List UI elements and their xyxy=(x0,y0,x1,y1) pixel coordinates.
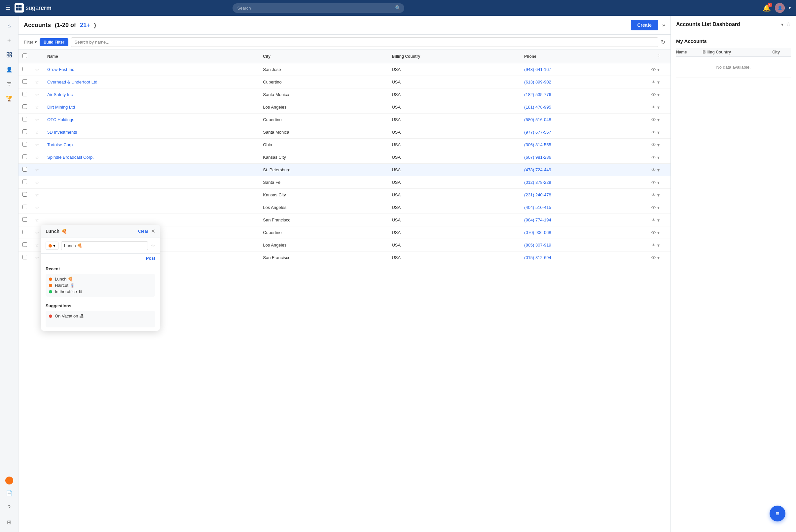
row-star-button[interactable]: ☆ xyxy=(35,217,39,223)
hamburger-icon[interactable]: ☰ xyxy=(5,4,11,12)
row-star-button[interactable]: ☆ xyxy=(35,92,39,97)
star-favorite-button[interactable]: ☆ xyxy=(151,243,155,249)
row-expand-button[interactable]: ▾ xyxy=(657,142,659,148)
row-expand-button[interactable]: ▾ xyxy=(657,92,659,97)
panel-star-icon[interactable]: ☆ xyxy=(786,21,791,27)
popup-clear-button[interactable]: Clear xyxy=(138,229,148,234)
nav-help-icon[interactable]: ? xyxy=(3,502,15,514)
row-expand-button[interactable]: ▾ xyxy=(657,230,659,235)
row-eye-button[interactable]: 👁 xyxy=(651,243,656,248)
recent-item[interactable]: Lunch 🍕 xyxy=(49,277,152,282)
build-filter-button[interactable]: Build Filter xyxy=(40,38,68,46)
profile-chevron-icon[interactable]: ▾ xyxy=(789,6,791,10)
recent-item[interactable]: In the office 🖥 xyxy=(49,289,152,294)
fab-button[interactable]: ≡ xyxy=(770,506,785,521)
account-name-link[interactable]: Dirt Mining Ltd xyxy=(47,104,75,110)
account-name-link[interactable]: Grow-Fast Inc xyxy=(47,67,74,72)
row-expand-button[interactable]: ▾ xyxy=(657,192,659,198)
row-checkbox[interactable] xyxy=(22,205,27,209)
row-star-button[interactable]: ☆ xyxy=(35,180,39,185)
refresh-button[interactable]: ↻ xyxy=(661,39,665,45)
row-checkbox[interactable] xyxy=(22,117,27,121)
row-expand-button[interactable]: ▾ xyxy=(657,79,659,85)
row-checkbox[interactable] xyxy=(22,92,27,96)
notification-button[interactable]: 🔔 1 xyxy=(763,4,771,12)
row-expand-button[interactable]: ▾ xyxy=(657,205,659,210)
row-eye-button[interactable]: 👁 xyxy=(651,104,656,110)
row-expand-button[interactable]: ▾ xyxy=(657,104,659,110)
filter-button[interactable]: Filter ▾ xyxy=(24,40,37,44)
row-checkbox[interactable] xyxy=(22,167,27,172)
search-input[interactable] xyxy=(233,3,404,13)
row-expand-button[interactable]: ▾ xyxy=(657,130,659,135)
nav-document-icon[interactable]: 📄 xyxy=(3,487,15,499)
row-star-button[interactable]: ☆ xyxy=(35,67,39,72)
row-expand-button[interactable]: ▾ xyxy=(657,243,659,248)
row-checkbox[interactable] xyxy=(22,129,27,134)
row-star-button[interactable]: ☆ xyxy=(35,255,39,260)
account-name-link[interactable]: Air Safety Inc xyxy=(47,92,73,97)
row-star-button[interactable]: ☆ xyxy=(35,79,39,85)
row-eye-button[interactable]: 👁 xyxy=(651,205,656,210)
search-icon[interactable]: 🔍 xyxy=(395,5,401,11)
row-checkbox[interactable] xyxy=(22,217,27,222)
row-checkbox[interactable] xyxy=(22,142,27,147)
accounts-count-link[interactable]: 21+ xyxy=(80,22,90,29)
row-checkbox[interactable] xyxy=(22,66,27,71)
row-eye-button[interactable]: 👁 xyxy=(651,67,656,72)
row-star-button[interactable]: ☆ xyxy=(35,142,39,148)
row-eye-button[interactable]: 👁 xyxy=(651,255,656,260)
nav-grid-icon[interactable] xyxy=(3,49,15,61)
suggestion-item[interactable]: On Vacation 🏖 xyxy=(49,314,152,319)
row-star-button[interactable]: ☆ xyxy=(35,130,39,135)
row-eye-button[interactable]: 👁 xyxy=(651,217,656,223)
row-eye-button[interactable]: 👁 xyxy=(651,167,656,173)
row-star-button[interactable]: ☆ xyxy=(35,155,39,160)
row-expand-button[interactable]: ▾ xyxy=(657,217,659,223)
nav-filter-icon[interactable] xyxy=(3,78,15,90)
row-star-button[interactable]: ☆ xyxy=(35,167,39,173)
account-name-link[interactable]: Tortoise Corp xyxy=(47,142,73,147)
row-eye-button[interactable]: 👁 xyxy=(651,142,656,148)
nav-trophy-icon[interactable]: 🏆 xyxy=(3,92,15,104)
more-options-button[interactable]: ⋮ xyxy=(656,53,662,59)
row-eye-button[interactable]: 👁 xyxy=(651,180,656,185)
account-name-link[interactable]: 5D Investments xyxy=(47,130,77,135)
row-star-button[interactable]: ☆ xyxy=(35,104,39,110)
row-star-button[interactable]: ☆ xyxy=(35,192,39,198)
row-eye-button[interactable]: 👁 xyxy=(651,117,656,122)
row-expand-button[interactable]: ▾ xyxy=(657,167,659,173)
row-expand-button[interactable]: ▾ xyxy=(657,180,659,185)
row-checkbox[interactable] xyxy=(22,242,27,247)
row-eye-button[interactable]: 👁 xyxy=(651,92,656,97)
row-checkbox[interactable] xyxy=(22,230,27,234)
panel-chevron-icon[interactable]: ▾ xyxy=(781,22,783,27)
row-checkbox[interactable] xyxy=(22,192,27,197)
avatar[interactable]: 👤 xyxy=(775,3,785,13)
row-eye-button[interactable]: 👁 xyxy=(651,79,656,85)
row-eye-button[interactable]: 👁 xyxy=(651,130,656,135)
row-star-button[interactable]: ☆ xyxy=(35,243,39,248)
recent-item[interactable]: Haircut 💈 xyxy=(49,283,152,288)
row-star-button[interactable]: ☆ xyxy=(35,205,39,210)
row-eye-button[interactable]: 👁 xyxy=(651,155,656,160)
create-button[interactable]: Create xyxy=(631,20,658,30)
row-eye-button[interactable]: 👁 xyxy=(651,230,656,235)
row-checkbox[interactable] xyxy=(22,154,27,159)
row-checkbox[interactable] xyxy=(22,255,27,260)
account-name-link[interactable]: Overhead & Underfoot Ltd. xyxy=(47,79,98,84)
expand-button[interactable]: » xyxy=(662,22,665,28)
row-checkbox[interactable] xyxy=(22,104,27,109)
select-all-checkbox[interactable] xyxy=(22,54,27,58)
status-orange-dot[interactable] xyxy=(5,477,13,484)
row-checkbox[interactable] xyxy=(22,79,27,84)
search-name-input[interactable] xyxy=(71,37,658,47)
nav-layers-icon[interactable]: ⊞ xyxy=(3,516,15,528)
row-eye-button[interactable]: 👁 xyxy=(651,192,656,198)
status-select[interactable]: ▾ xyxy=(46,242,58,250)
row-star-button[interactable]: ☆ xyxy=(35,230,39,235)
account-name-link[interactable]: OTC Holdings xyxy=(47,117,74,122)
account-name-link[interactable]: Spindle Broadcast Corp. xyxy=(47,155,94,160)
row-expand-button[interactable]: ▾ xyxy=(657,255,659,260)
row-checkbox[interactable] xyxy=(22,179,27,184)
